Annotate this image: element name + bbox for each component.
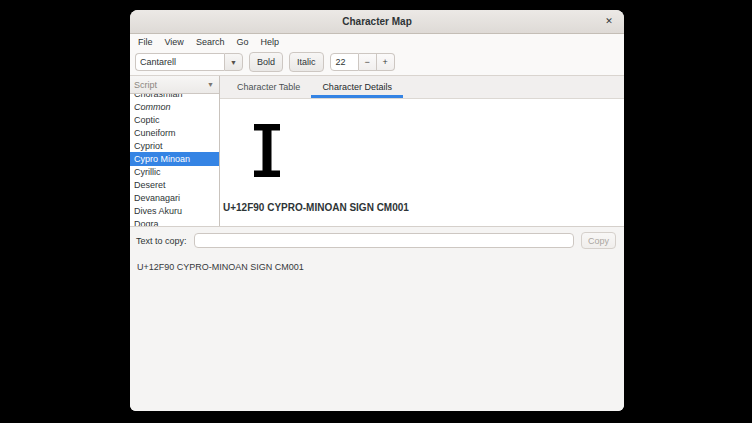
- script-item-cypro-minoan[interactable]: Cypro Minoan: [130, 152, 219, 165]
- window-title: Character Map: [342, 16, 411, 27]
- script-item-common[interactable]: Common: [130, 100, 219, 113]
- script-list: Chorasmian Common Coptic Cuneiform Cypri…: [130, 94, 219, 226]
- titlebar[interactable]: Character Map ✕: [130, 10, 624, 34]
- character-details-panel: U+12F90 CYPRO-MINOAN SIGN CM001 General …: [220, 99, 624, 226]
- script-item-dives-akuru[interactable]: Dives Akuru: [130, 205, 219, 218]
- italic-button[interactable]: Italic: [289, 52, 324, 72]
- menu-file[interactable]: File: [132, 36, 159, 48]
- script-dropdown[interactable]: Script ▼: [130, 76, 219, 94]
- main-area: Script ▼ Chorasmian Common Coptic Cuneif…: [130, 76, 624, 226]
- menu-search[interactable]: Search: [190, 36, 231, 48]
- script-item-deseret[interactable]: Deseret: [130, 179, 219, 192]
- increase-size-button[interactable]: +: [377, 53, 395, 71]
- tab-character-table[interactable]: Character Table: [226, 76, 311, 98]
- script-item-cyrillic[interactable]: Cyrillic: [130, 166, 219, 179]
- menu-view[interactable]: View: [159, 36, 190, 48]
- character-glyph: [254, 124, 280, 177]
- font-name-entry[interactable]: Cantarell: [135, 53, 224, 71]
- toolbar: Cantarell ▼ Bold Italic 22 − +: [130, 49, 624, 76]
- font-size-stepper: 22 − +: [330, 53, 395, 71]
- text-to-copy-label: Text to copy:: [136, 236, 187, 246]
- statusbar-text: U+12F90 CYPRO-MINOAN SIGN CM001: [137, 262, 304, 272]
- bold-button[interactable]: Bold: [249, 52, 283, 72]
- copy-button[interactable]: Copy: [581, 232, 616, 249]
- script-item-devanagari[interactable]: Devanagari: [130, 192, 219, 205]
- script-item-coptic[interactable]: Coptic: [130, 113, 219, 126]
- character-title: U+12F90 CYPRO-MINOAN SIGN CM001: [223, 202, 618, 213]
- character-map-window: Character Map ✕ File View Search Go Help…: [130, 10, 624, 411]
- font-combo[interactable]: Cantarell ▼: [135, 53, 243, 71]
- copybar: Text to copy: Copy: [130, 226, 624, 255]
- statusbar: U+12F90 CYPRO-MINOAN SIGN CM001: [130, 255, 624, 412]
- font-size-entry[interactable]: 22: [330, 53, 359, 71]
- chevron-down-icon[interactable]: ▼: [224, 53, 243, 71]
- menu-go[interactable]: Go: [230, 36, 254, 48]
- close-icon[interactable]: ✕: [601, 13, 617, 29]
- script-sidebar: Script ▼ Chorasmian Common Coptic Cuneif…: [130, 76, 220, 226]
- text-to-copy-input[interactable]: [194, 233, 574, 248]
- script-dropdown-label: Script: [134, 80, 157, 90]
- script-item-dogra[interactable]: Dogra: [130, 218, 219, 226]
- decrease-size-button[interactable]: −: [359, 53, 377, 71]
- menubar: File View Search Go Help: [130, 34, 624, 49]
- script-item-cuneiform[interactable]: Cuneiform: [130, 126, 219, 139]
- menu-help[interactable]: Help: [254, 36, 285, 48]
- chevron-down-icon: ▼: [207, 81, 214, 88]
- content-column: Character Table Character Details U+12F9…: [220, 76, 624, 226]
- tabbar: Character Table Character Details: [220, 76, 624, 99]
- tab-character-details[interactable]: Character Details: [311, 76, 403, 98]
- script-item-cypriot[interactable]: Cypriot: [130, 139, 219, 152]
